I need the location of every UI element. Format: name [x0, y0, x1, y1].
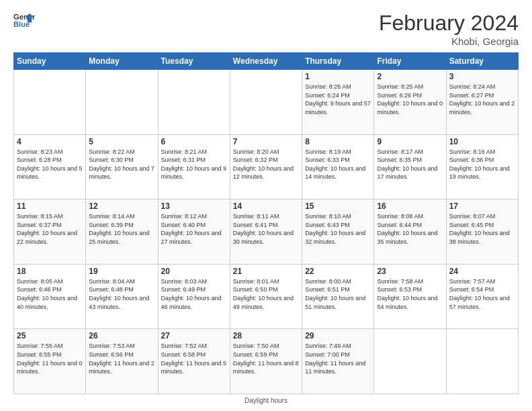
day-info: Sunrise: 8:26 AM Sunset: 6:24 PM Dayligh… [305, 83, 371, 116]
calendar-cell: 9Sunrise: 8:17 AM Sunset: 6:35 PM Daylig… [374, 134, 446, 199]
day-number: 15 [305, 201, 371, 211]
day-info: Sunrise: 8:22 AM Sunset: 6:30 PM Dayligh… [89, 148, 154, 181]
calendar-cell: 18Sunrise: 8:05 AM Sunset: 6:46 PM Dayli… [14, 264, 86, 329]
calendar-cell: 28Sunrise: 7:50 AM Sunset: 6:59 PM Dayli… [230, 329, 302, 394]
day-info: Sunrise: 8:10 AM Sunset: 6:43 PM Dayligh… [305, 212, 371, 246]
day-info: Sunrise: 8:12 AM Sunset: 6:40 PM Dayligh… [161, 212, 227, 246]
header: General Blue February 2024 Khobi, Georgi… [13, 11, 519, 47]
day-number: 27 [161, 331, 227, 340]
day-info: Sunrise: 7:50 AM Sunset: 6:59 PM Dayligh… [233, 342, 299, 375]
calendar-day-header: Friday [374, 53, 446, 70]
day-number: 22 [305, 267, 371, 276]
day-number: 14 [233, 201, 299, 211]
page: General Blue February 2024 Khobi, Georgi… [0, 0, 532, 411]
day-number: 24 [449, 267, 515, 276]
day-number: 16 [377, 201, 443, 211]
day-info: Sunrise: 8:20 AM Sunset: 6:32 PM Dayligh… [233, 148, 299, 181]
day-info: Sunrise: 8:05 AM Sunset: 6:46 PM Dayligh… [17, 277, 83, 311]
calendar-cell: 22Sunrise: 8:00 AM Sunset: 6:51 PM Dayli… [302, 264, 374, 329]
day-info: Sunrise: 7:49 AM Sunset: 7:00 PM Dayligh… [305, 342, 371, 375]
calendar-cell: 1Sunrise: 8:26 AM Sunset: 6:24 PM Daylig… [302, 70, 374, 135]
day-number: 11 [17, 201, 83, 211]
day-number: 8 [305, 137, 371, 146]
day-number: 9 [377, 137, 443, 146]
day-number: 28 [233, 331, 299, 340]
day-number: 21 [233, 267, 299, 276]
calendar-day-header: Wednesday [230, 53, 302, 70]
subtitle: Khobi, Georgia [379, 36, 519, 47]
day-number: 5 [89, 137, 154, 146]
calendar-cell [158, 70, 230, 135]
day-info: Sunrise: 8:23 AM Sunset: 6:28 PM Dayligh… [17, 148, 83, 181]
calendar-week-row: 1Sunrise: 8:26 AM Sunset: 6:24 PM Daylig… [14, 70, 519, 135]
day-info: Sunrise: 7:55 AM Sunset: 6:55 PM Dayligh… [17, 342, 83, 375]
calendar-day-header: Sunday [14, 53, 86, 70]
calendar-day-header: Tuesday [158, 53, 230, 70]
day-info: Sunrise: 8:24 AM Sunset: 6:27 PM Dayligh… [449, 83, 515, 116]
calendar-cell: 24Sunrise: 7:57 AM Sunset: 6:54 PM Dayli… [446, 264, 518, 329]
footer-label: Daylight hours [13, 397, 519, 404]
day-number: 25 [17, 331, 83, 340]
calendar-cell [14, 70, 86, 135]
calendar-cell: 20Sunrise: 8:03 AM Sunset: 6:49 PM Dayli… [158, 264, 230, 329]
day-number: 13 [161, 201, 227, 211]
day-number: 20 [161, 267, 227, 276]
calendar-week-row: 11Sunrise: 8:15 AM Sunset: 6:37 PM Dayli… [14, 199, 519, 265]
calendar-day-header: Monday [86, 53, 158, 70]
day-info: Sunrise: 8:19 AM Sunset: 6:33 PM Dayligh… [305, 148, 371, 181]
day-number: 17 [449, 201, 515, 211]
day-number: 3 [449, 72, 515, 81]
logo-icon: General Blue [13, 11, 35, 30]
calendar-cell: 3Sunrise: 8:24 AM Sunset: 6:27 PM Daylig… [446, 70, 518, 135]
calendar-cell: 15Sunrise: 8:10 AM Sunset: 6:43 PM Dayli… [302, 199, 374, 265]
calendar-cell: 2Sunrise: 8:25 AM Sunset: 6:26 PM Daylig… [374, 70, 446, 135]
day-info: Sunrise: 8:03 AM Sunset: 6:49 PM Dayligh… [161, 277, 227, 311]
calendar-header-row: SundayMondayTuesdayWednesdayThursdayFrid… [14, 53, 519, 70]
day-info: Sunrise: 8:15 AM Sunset: 6:37 PM Dayligh… [17, 212, 83, 246]
calendar-cell: 7Sunrise: 8:20 AM Sunset: 6:32 PM Daylig… [230, 134, 302, 199]
day-number: 18 [17, 267, 83, 276]
calendar-cell: 29Sunrise: 7:49 AM Sunset: 7:00 PM Dayli… [302, 329, 374, 394]
month-title: February 2024 [379, 11, 519, 36]
day-info: Sunrise: 7:52 AM Sunset: 6:58 PM Dayligh… [161, 342, 227, 375]
calendar-day-header: Thursday [302, 53, 374, 70]
calendar-cell: 12Sunrise: 8:14 AM Sunset: 6:39 PM Dayli… [86, 199, 158, 265]
day-info: Sunrise: 8:16 AM Sunset: 6:36 PM Dayligh… [449, 148, 515, 181]
day-number: 19 [89, 267, 154, 276]
calendar-cell: 21Sunrise: 8:01 AM Sunset: 6:50 PM Dayli… [230, 264, 302, 329]
calendar-cell: 10Sunrise: 8:16 AM Sunset: 6:36 PM Dayli… [446, 134, 518, 199]
calendar-cell: 16Sunrise: 8:08 AM Sunset: 6:44 PM Dayli… [374, 199, 446, 265]
day-number: 4 [17, 137, 83, 146]
day-number: 2 [377, 72, 443, 81]
calendar-cell [374, 329, 446, 394]
calendar-cell [230, 70, 302, 135]
day-info: Sunrise: 8:07 AM Sunset: 6:45 PM Dayligh… [449, 212, 515, 246]
calendar-week-row: 4Sunrise: 8:23 AM Sunset: 6:28 PM Daylig… [14, 134, 519, 199]
day-number: 23 [377, 267, 443, 276]
svg-text:Blue: Blue [13, 20, 30, 28]
calendar-day-header: Saturday [446, 53, 518, 70]
day-info: Sunrise: 8:25 AM Sunset: 6:26 PM Dayligh… [377, 83, 443, 116]
calendar-cell: 26Sunrise: 7:53 AM Sunset: 6:56 PM Dayli… [86, 329, 158, 394]
calendar-cell: 5Sunrise: 8:22 AM Sunset: 6:30 PM Daylig… [86, 134, 158, 199]
calendar-table: SundayMondayTuesdayWednesdayThursdayFrid… [13, 52, 519, 394]
day-number: 6 [161, 137, 227, 146]
calendar-cell: 8Sunrise: 8:19 AM Sunset: 6:33 PM Daylig… [302, 134, 374, 199]
calendar-cell [86, 70, 158, 135]
day-info: Sunrise: 8:14 AM Sunset: 6:39 PM Dayligh… [89, 212, 154, 246]
logo: General Blue [13, 11, 35, 30]
calendar-cell: 11Sunrise: 8:15 AM Sunset: 6:37 PM Dayli… [14, 199, 86, 265]
calendar-cell: 4Sunrise: 8:23 AM Sunset: 6:28 PM Daylig… [14, 134, 86, 199]
calendar-cell [446, 329, 518, 394]
day-info: Sunrise: 8:08 AM Sunset: 6:44 PM Dayligh… [377, 212, 443, 246]
day-number: 12 [89, 201, 154, 211]
day-info: Sunrise: 8:04 AM Sunset: 6:48 PM Dayligh… [89, 277, 154, 311]
title-block: February 2024 Khobi, Georgia [379, 11, 519, 47]
day-info: Sunrise: 7:53 AM Sunset: 6:56 PM Dayligh… [89, 342, 154, 375]
day-number: 1 [305, 72, 371, 81]
calendar-cell: 6Sunrise: 8:21 AM Sunset: 6:31 PM Daylig… [158, 134, 230, 199]
calendar-week-row: 18Sunrise: 8:05 AM Sunset: 6:46 PM Dayli… [14, 264, 519, 329]
calendar-cell: 25Sunrise: 7:55 AM Sunset: 6:55 PM Dayli… [14, 329, 86, 394]
day-info: Sunrise: 7:57 AM Sunset: 6:54 PM Dayligh… [449, 277, 515, 311]
day-number: 29 [305, 331, 371, 340]
